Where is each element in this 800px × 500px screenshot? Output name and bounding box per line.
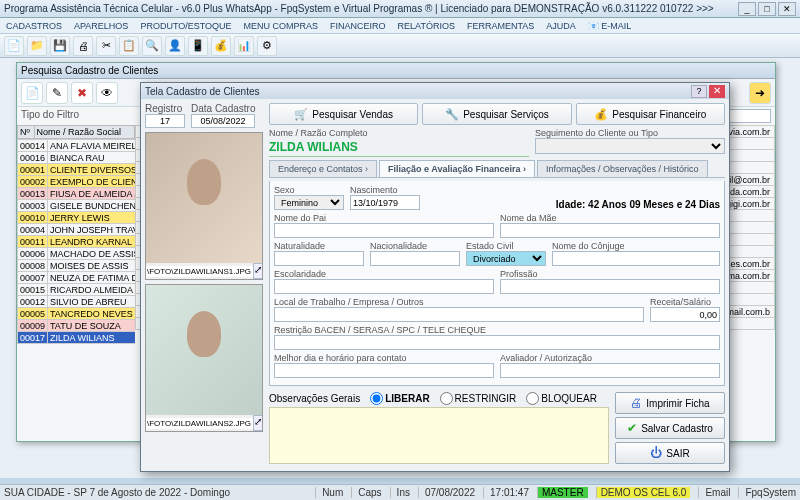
menu-aparelhos[interactable]: APARELHOS [74,21,128,31]
imprimir-button[interactable]: 🖨Imprimir Ficha [615,392,725,414]
trabalho-input[interactable] [274,307,644,322]
nome-label: Nome / Razão Completo [269,128,529,138]
tool-icon[interactable]: 📁 [27,36,47,56]
table-row[interactable]: 00001CLIENTE DIVERSOS [18,164,136,176]
sexo-select[interactable]: Feminino [274,195,344,210]
sair-button[interactable]: ⏻SAIR [615,442,725,464]
nascimento-input[interactable] [350,195,420,210]
radio-bloquear[interactable]: BLOQUEAR [526,392,597,405]
menu-cadastros[interactable]: CADASTROS [6,21,62,31]
conjuge-label: Nome do Cônjuge [552,241,720,251]
table-row[interactable]: 00017ZILDA WILIANS [18,332,136,344]
melhor-dia-input[interactable] [274,363,494,378]
go-icon[interactable]: ➜ [749,82,771,104]
help-button[interactable]: ? [691,85,707,98]
edit-icon[interactable]: ✎ [46,82,68,104]
tab-filiacao[interactable]: Filiação e Avaliação Financeira › [379,160,535,177]
table-row[interactable]: 00014ANA FLAVIA MEIRELLES [18,140,136,152]
tab-informacoes[interactable]: Informações / Observações / Histórico [537,160,708,177]
close-button[interactable]: ✕ [778,2,796,16]
tab-endereco[interactable]: Endereço e Contatos › [269,160,377,177]
restricao-input[interactable] [274,335,720,350]
photo2-expand-icon[interactable]: ⤢ [253,415,263,431]
tool-icon[interactable]: 📊 [234,36,254,56]
pai-input[interactable] [274,223,494,238]
registro-input[interactable] [145,114,185,128]
table-row[interactable]: 00015RICARDO ALMEIDA [18,284,136,296]
naturalidade-input[interactable] [274,251,364,266]
new-icon[interactable]: 📄 [21,82,43,104]
tool-icon[interactable]: 🖨 [73,36,93,56]
tool-icon[interactable]: 👤 [165,36,185,56]
col-nome[interactable]: Nome / Razão Social [34,126,134,139]
radio-liberar[interactable]: LIBERAR [370,392,429,405]
table-row[interactable]: 00009TATU DE SOUZA [18,320,136,332]
table-row[interactable]: 00008MOISES DE ASSIS [18,260,136,272]
menu-relatorios[interactable]: RELATÓRIOS [398,21,455,31]
salvar-button[interactable]: ✔Salvar Cadastro [615,417,725,439]
estado-civil-select[interactable]: Divorciado [466,251,546,266]
tool-icon[interactable]: 📱 [188,36,208,56]
menu-financeiro[interactable]: FINANCEIRO [330,21,386,31]
tool-icon[interactable]: 💾 [50,36,70,56]
maximize-button[interactable]: □ [758,2,776,16]
table-row[interactable]: 00013FIUSA DE ALMEIDA JUCA [18,188,136,200]
client-window-title: Tela Cadastro de Clientes [145,86,691,97]
status-num: Num [315,487,343,498]
check-icon: ✔ [627,421,637,435]
tool-icon[interactable]: ⚙ [257,36,277,56]
status-master: MASTER [537,487,588,498]
table-row[interactable]: 00005TANCREDO NEVES [18,308,136,320]
registro-label: Registro [145,103,185,114]
table-row[interactable]: 00007NEUZA DE FATIMA DA SIL [18,272,136,284]
tool-icon[interactable]: 🔍 [142,36,162,56]
conjuge-input[interactable] [552,251,720,266]
seguimento-select[interactable] [535,138,725,154]
salario-input[interactable] [650,307,720,322]
pesquisar-vendas-button[interactable]: 🛒Pesquisar Vendas [269,103,418,125]
table-row[interactable]: 00011LEANDRO KARNAL [18,236,136,248]
main-toolbar: 📄 📁 💾 🖨 ✂ 📋 🔍 👤 📱 💰 📊 ⚙ [0,34,800,58]
escolaridade-label: Escolaridade [274,269,494,279]
table-row[interactable]: 00002EXEMPLO DE CLIENTE [18,176,136,188]
photo1-expand-icon[interactable]: ⤢ [253,263,263,279]
col-num[interactable]: Nº [18,126,35,139]
tool-icon[interactable]: ✂ [96,36,116,56]
radio-restringir[interactable]: RESTRINGIR [440,392,517,405]
close-button[interactable]: ✕ [709,85,725,98]
table-row[interactable]: 00010JERRY LEWIS [18,212,136,224]
menu-compras[interactable]: MENU COMPRAS [244,21,319,31]
pesquisar-financeiro-button[interactable]: 💰Pesquisar Financeiro [576,103,725,125]
pesquisar-servicos-button[interactable]: 🔧Pesquisar Serviços [422,103,571,125]
avaliador-input[interactable] [500,363,720,378]
restricao-label: Restrição BACEN / SERASA / SPC / TELE CH… [274,325,720,335]
tool-icon[interactable]: 📄 [4,36,24,56]
photo2-path[interactable] [146,418,253,429]
table-row[interactable]: 00003GISELE BUNDCHEN [18,200,136,212]
table-row[interactable]: 00016BIANCA RAU [18,152,136,164]
nome-value: ZILDA WILIANS [269,138,529,157]
menu-email[interactable]: 📧 E-MAIL [588,21,632,31]
delete-icon[interactable]: ✖ [71,82,93,104]
view-icon[interactable]: 👁 [96,82,118,104]
obs-label: Observações Gerais [269,393,360,404]
observacoes-textarea[interactable] [269,407,609,464]
status-sys: FpqSystem [738,487,796,498]
menu-ferramentas[interactable]: FERRAMENTAS [467,21,534,31]
minimize-button[interactable]: _ [738,2,756,16]
nacionalidade-input[interactable] [370,251,460,266]
escolaridade-input[interactable] [274,279,494,294]
tool-icon[interactable]: 💰 [211,36,231,56]
profissao-input[interactable] [500,279,720,294]
menu-ajuda[interactable]: AJUDA [546,21,576,31]
mae-input[interactable] [500,223,720,238]
photo1-path[interactable] [146,266,253,277]
menu-produto[interactable]: PRODUTO/ESTOQUE [140,21,231,31]
table-row[interactable]: 00012SILVIO DE ABREU [18,296,136,308]
table-row[interactable]: 00006MACHADO DE ASSIS [18,248,136,260]
data-cadastro-input[interactable] [191,114,255,128]
printer-icon: 🖨 [630,396,642,410]
tool-icon[interactable]: 📋 [119,36,139,56]
table-row[interactable]: 00004JOHN JOSEPH TRAVOLTA [18,224,136,236]
client-grid[interactable]: NºNome / Razão Social [17,125,135,139]
